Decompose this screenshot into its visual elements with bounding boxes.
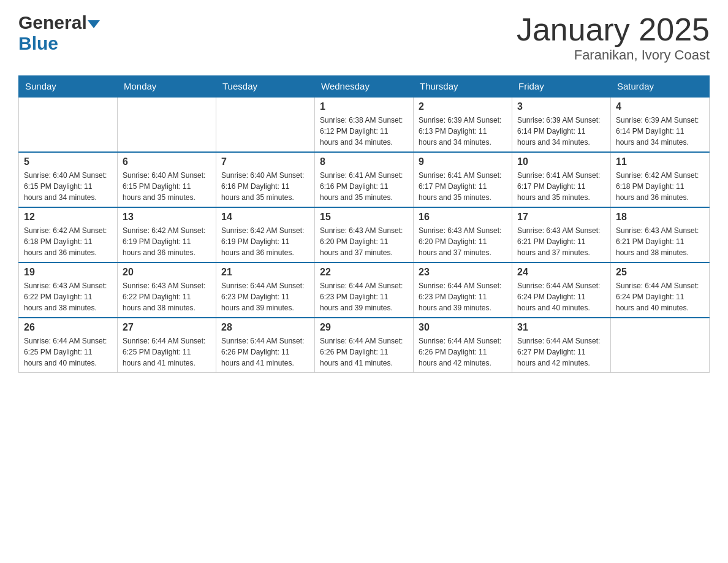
- week-row-3: 12Sunrise: 6:42 AM Sunset: 6:18 PM Dayli…: [19, 207, 710, 262]
- day-info: Sunrise: 6:42 AM Sunset: 6:18 PM Dayligh…: [24, 225, 112, 258]
- day-info: Sunrise: 6:43 AM Sunset: 6:20 PM Dayligh…: [320, 225, 408, 258]
- day-number: 9: [419, 156, 507, 167]
- day-number: 30: [419, 322, 507, 333]
- day-info: Sunrise: 6:40 AM Sunset: 6:15 PM Dayligh…: [123, 170, 211, 203]
- day-info: Sunrise: 6:43 AM Sunset: 6:21 PM Dayligh…: [517, 225, 605, 258]
- page-header: General Blue January 2025 Faranikan, Ivo…: [18, 12, 710, 63]
- day-number: 2: [419, 101, 507, 112]
- week-row-1: 1Sunrise: 6:38 AM Sunset: 6:12 PM Daylig…: [19, 97, 710, 152]
- calendar-cell: 28Sunrise: 6:44 AM Sunset: 6:26 PM Dayli…: [216, 318, 315, 373]
- title-section: January 2025 Faranikan, Ivory Coast: [517, 12, 710, 63]
- day-number: 3: [517, 101, 605, 112]
- calendar-cell: 19Sunrise: 6:43 AM Sunset: 6:22 PM Dayli…: [19, 262, 118, 318]
- day-info: Sunrise: 6:44 AM Sunset: 6:24 PM Dayligh…: [517, 280, 605, 313]
- day-number: 16: [419, 212, 507, 223]
- calendar-cell: 2Sunrise: 6:39 AM Sunset: 6:13 PM Daylig…: [414, 97, 512, 152]
- calendar-cell: 13Sunrise: 6:42 AM Sunset: 6:19 PM Dayli…: [118, 207, 216, 262]
- day-info: Sunrise: 6:42 AM Sunset: 6:18 PM Dayligh…: [616, 170, 704, 203]
- calendar-cell: 7Sunrise: 6:40 AM Sunset: 6:16 PM Daylig…: [216, 152, 315, 207]
- day-number: 12: [24, 212, 112, 223]
- day-info: Sunrise: 6:40 AM Sunset: 6:16 PM Dayligh…: [221, 170, 309, 203]
- day-info: Sunrise: 6:44 AM Sunset: 6:26 PM Dayligh…: [320, 335, 408, 369]
- calendar-cell: 31Sunrise: 6:44 AM Sunset: 6:27 PM Dayli…: [512, 318, 611, 373]
- calendar-cell: 3Sunrise: 6:39 AM Sunset: 6:14 PM Daylig…: [512, 97, 611, 152]
- day-info: Sunrise: 6:43 AM Sunset: 6:21 PM Dayligh…: [616, 225, 704, 258]
- logo-general-text: General: [18, 12, 87, 33]
- logo: General Blue: [18, 12, 100, 54]
- column-header-sunday: Sunday: [19, 76, 118, 98]
- calendar-cell: 16Sunrise: 6:43 AM Sunset: 6:20 PM Dayli…: [414, 207, 512, 262]
- calendar-cell: 25Sunrise: 6:44 AM Sunset: 6:24 PM Dayli…: [611, 262, 710, 318]
- calendar-cell: 5Sunrise: 6:40 AM Sunset: 6:15 PM Daylig…: [19, 152, 118, 207]
- location-text: Faranikan, Ivory Coast: [517, 47, 710, 63]
- calendar-cell: 26Sunrise: 6:44 AM Sunset: 6:25 PM Dayli…: [19, 318, 118, 373]
- calendar-cell: 12Sunrise: 6:42 AM Sunset: 6:18 PM Dayli…: [19, 207, 118, 262]
- column-header-friday: Friday: [512, 76, 611, 98]
- calendar-cell: 6Sunrise: 6:40 AM Sunset: 6:15 PM Daylig…: [118, 152, 216, 207]
- calendar-cell: [19, 97, 118, 152]
- calendar-cell: 27Sunrise: 6:44 AM Sunset: 6:25 PM Dayli…: [118, 318, 216, 373]
- calendar-cell: [216, 97, 315, 152]
- calendar-cell: 17Sunrise: 6:43 AM Sunset: 6:21 PM Dayli…: [512, 207, 611, 262]
- day-info: Sunrise: 6:41 AM Sunset: 6:16 PM Dayligh…: [320, 170, 408, 203]
- day-number: 10: [517, 156, 605, 167]
- day-info: Sunrise: 6:41 AM Sunset: 6:17 PM Dayligh…: [517, 170, 605, 203]
- day-info: Sunrise: 6:39 AM Sunset: 6:14 PM Dayligh…: [517, 115, 605, 148]
- day-number: 23: [419, 267, 507, 278]
- column-header-saturday: Saturday: [611, 76, 710, 98]
- calendar-cell: [118, 97, 216, 152]
- calendar-cell: 30Sunrise: 6:44 AM Sunset: 6:26 PM Dayli…: [414, 318, 512, 373]
- day-number: 11: [616, 156, 704, 167]
- day-info: Sunrise: 6:41 AM Sunset: 6:17 PM Dayligh…: [419, 170, 507, 203]
- day-info: Sunrise: 6:43 AM Sunset: 6:22 PM Dayligh…: [123, 280, 211, 313]
- calendar-cell: 29Sunrise: 6:44 AM Sunset: 6:26 PM Dayli…: [315, 318, 414, 373]
- day-info: Sunrise: 6:42 AM Sunset: 6:19 PM Dayligh…: [221, 225, 309, 258]
- day-number: 6: [123, 156, 211, 167]
- calendar-header-row: SundayMondayTuesdayWednesdayThursdayFrid…: [19, 76, 710, 98]
- day-number: 29: [320, 322, 408, 333]
- day-number: 20: [123, 267, 211, 278]
- day-info: Sunrise: 6:38 AM Sunset: 6:12 PM Dayligh…: [320, 115, 408, 148]
- calendar-cell: 24Sunrise: 6:44 AM Sunset: 6:24 PM Dayli…: [512, 262, 611, 318]
- calendar-cell: 14Sunrise: 6:42 AM Sunset: 6:19 PM Dayli…: [216, 207, 315, 262]
- day-number: 17: [517, 212, 605, 223]
- calendar-cell: 18Sunrise: 6:43 AM Sunset: 6:21 PM Dayli…: [611, 207, 710, 262]
- month-title: January 2025: [517, 12, 710, 47]
- day-info: Sunrise: 6:39 AM Sunset: 6:13 PM Dayligh…: [419, 115, 507, 148]
- day-number: 28: [221, 322, 309, 333]
- logo-blue-text: Blue: [18, 33, 58, 54]
- calendar-cell: 23Sunrise: 6:44 AM Sunset: 6:23 PM Dayli…: [414, 262, 512, 318]
- day-info: Sunrise: 6:44 AM Sunset: 6:23 PM Dayligh…: [320, 280, 408, 313]
- day-info: Sunrise: 6:44 AM Sunset: 6:26 PM Dayligh…: [419, 335, 507, 369]
- week-row-5: 26Sunrise: 6:44 AM Sunset: 6:25 PM Dayli…: [19, 318, 710, 373]
- day-info: Sunrise: 6:44 AM Sunset: 6:23 PM Dayligh…: [419, 280, 507, 313]
- calendar-cell: 15Sunrise: 6:43 AM Sunset: 6:20 PM Dayli…: [315, 207, 414, 262]
- day-number: 8: [320, 156, 408, 167]
- day-number: 13: [123, 212, 211, 223]
- day-info: Sunrise: 6:44 AM Sunset: 6:27 PM Dayligh…: [517, 335, 605, 369]
- day-number: 25: [616, 267, 704, 278]
- day-number: 18: [616, 212, 704, 223]
- calendar-cell: [611, 318, 710, 373]
- calendar-cell: 10Sunrise: 6:41 AM Sunset: 6:17 PM Dayli…: [512, 152, 611, 207]
- day-info: Sunrise: 6:42 AM Sunset: 6:19 PM Dayligh…: [123, 225, 211, 258]
- column-header-wednesday: Wednesday: [315, 76, 414, 98]
- day-number: 19: [24, 267, 112, 278]
- calendar-cell: 1Sunrise: 6:38 AM Sunset: 6:12 PM Daylig…: [315, 97, 414, 152]
- calendar-cell: 8Sunrise: 6:41 AM Sunset: 6:16 PM Daylig…: [315, 152, 414, 207]
- calendar-cell: 22Sunrise: 6:44 AM Sunset: 6:23 PM Dayli…: [315, 262, 414, 318]
- logo-triangle-icon: [88, 20, 100, 28]
- day-number: 5: [24, 156, 112, 167]
- day-info: Sunrise: 6:44 AM Sunset: 6:26 PM Dayligh…: [221, 335, 309, 369]
- calendar-cell: 11Sunrise: 6:42 AM Sunset: 6:18 PM Dayli…: [611, 152, 710, 207]
- week-row-4: 19Sunrise: 6:43 AM Sunset: 6:22 PM Dayli…: [19, 262, 710, 318]
- day-number: 1: [320, 101, 408, 112]
- day-number: 21: [221, 267, 309, 278]
- day-number: 31: [517, 322, 605, 333]
- column-header-thursday: Thursday: [414, 76, 512, 98]
- day-number: 24: [517, 267, 605, 278]
- day-number: 7: [221, 156, 309, 167]
- calendar-table: SundayMondayTuesdayWednesdayThursdayFrid…: [18, 75, 710, 373]
- calendar-cell: 21Sunrise: 6:44 AM Sunset: 6:23 PM Dayli…: [216, 262, 315, 318]
- day-number: 26: [24, 322, 112, 333]
